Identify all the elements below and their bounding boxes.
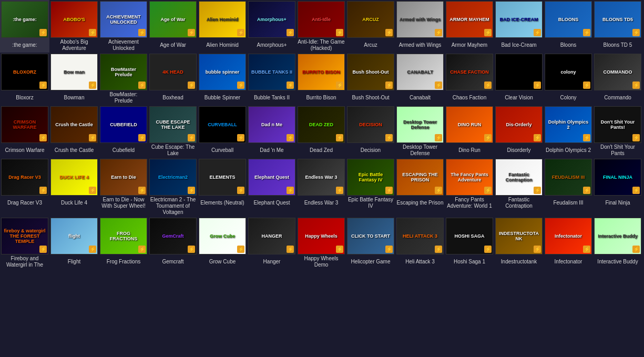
game-item-fireboy-watergirl[interactable]: fireboy & watergirl THE FOREST TEMPLE ⚡ … <box>0 217 49 269</box>
game-thumbnail: Armed with Wings ⚡ <box>396 1 444 38</box>
game-item-amorphous[interactable]: Amorphous+ ⚡ Amorphous+ <box>247 0 297 53</box>
game-item-escaping-the-prison[interactable]: ESCAPING THE PRISON ⚡ Escaping the Priso… <box>395 158 445 217</box>
game-item-cubefield[interactable]: CUBEFIELD ⚡ Cubefield <box>99 105 148 158</box>
game-item-infectonator[interactable]: Infectonator ⚡ Infectonator <box>544 217 593 269</box>
game-thumbnail: FROG FRACTIONS ⚡ <box>100 218 147 254</box>
game-thumbnail: 4K HEAD ⚡ <box>149 54 197 90</box>
game-thumbnail: CLICK TO START ⚡ <box>347 218 394 254</box>
flash-icon: ⚡ <box>138 187 146 194</box>
game-thumbnail: FEUDALISM III ⚡ <box>545 159 592 196</box>
game-label: Fireboy and Watergirl in The <box>1 256 48 268</box>
game-item-dont-shit-your-pants[interactable]: Don't Shit Your Pants! ⚡ Don't Shit Your… <box>593 105 642 158</box>
game-label: Interactive Buddy <box>594 256 641 268</box>
game-label: Commando <box>594 91 641 104</box>
game-item-commando[interactable]: COMMANDO ⚡ Commando <box>593 53 642 105</box>
game-item-indestructotank[interactable]: INDESTRUCTOTANK ⚡ Indestructotank <box>494 217 544 269</box>
game-item-endless-war-3[interactable]: Endless War 3 ⚡ Endless War 3 <box>297 158 346 217</box>
game-thumbnail: flight ⚡ <box>50 218 98 254</box>
game-label: Fantastic Contraption <box>495 197 543 209</box>
game-thumbnail: Dolphin Olympics 2 ⚡ <box>545 106 592 143</box>
flash-icon: ⚡ <box>336 187 343 194</box>
game-item-bloons[interactable]: BLOONS ⚡ Bloons <box>544 0 593 53</box>
game-item-bloons-td5[interactable]: BLOONS TD5 ⚡ Bloons TD 5 <box>593 0 642 53</box>
game-item-crimson-warfare[interactable]: CRIMSON WARFARE ⚡ Crimson Warfare <box>0 105 49 158</box>
game-item-colony[interactable]: colony ⚡ Colony <box>544 53 593 105</box>
game-thumbnail: bubble spinner ⚡ <box>199 54 246 90</box>
game-item-disorderly[interactable]: Dis-Orderly ⚡ Disorderly <box>494 105 544 158</box>
game-item-epic-battle-fantasy-iv[interactable]: Epic Battle Fantasy IV ⚡ Epic Battle Fan… <box>346 158 395 217</box>
game-item-cube-escape-lake[interactable]: CUBE ESCAPE THE LAKE ⚡ Cube Escape: The … <box>148 105 198 158</box>
game-item-age-of-war[interactable]: Age of War ⚡ Age of War <box>148 0 198 53</box>
game-label: Cubefield <box>100 144 147 157</box>
game-item-armor-mayhem[interactable]: ARMOR MAYHEM ⚡ Armor Mayhem <box>445 0 494 53</box>
game-item-gemcraft[interactable]: GemCraft ⚡ Gemcraft <box>148 217 198 269</box>
game-thumbnail: Don't Shit Your Pants! ⚡ <box>594 106 641 143</box>
game-item-feudalism-iii[interactable]: FEUDALISM III ⚡ Feudalism III <box>544 158 593 217</box>
game-item-duck-life-4[interactable]: DUCK LIFE 4 ⚡ Duck Life 4 <box>49 158 99 217</box>
game-item-happy-wheels-demo[interactable]: Happy Wheels ⚡ Happy Wheels Demo <box>297 217 346 269</box>
game-item-anti-idle[interactable]: Anti-Idle ⚡ Anti-Idle: The Game (Hacked) <box>297 0 346 53</box>
game-thumbnail: ABOBO'S ⚡ <box>50 1 98 38</box>
game-item-dead-zed[interactable]: DEAD ZED ⚡ Dead Zed <box>297 105 346 158</box>
game-label: Chaos Faction <box>446 91 493 104</box>
flash-icon: ⚡ <box>484 81 492 89</box>
game-item-fancy-pants-adventure[interactable]: The Fancy Pants Adventure ⚡ Fancy Pants … <box>445 158 494 217</box>
game-label: Alien Hominid <box>199 39 246 52</box>
game-item-dolphin-olympics-2[interactable]: Dolphin Olympics 2 ⚡ Dolphin Olympics 2 <box>544 105 593 158</box>
game-item-dad-n-me[interactable]: Dad n Me ⚡ Dad 'n Me <box>247 105 297 158</box>
game-label: Elements (Neutral) <box>199 197 246 209</box>
game-item-bad-ice-cream[interactable]: BAD ICE-CREAM ⚡ Bad Ice-Cream <box>494 0 544 53</box>
game-item-dino-run[interactable]: DINO RUN ⚡ Dino Run <box>445 105 494 158</box>
game-item-heli-attack-3[interactable]: HELI ATTACK 3 ⚡ Heli Attack 3 <box>395 217 445 269</box>
game-item-alien-hominid[interactable]: Alien Hominid ⚡ Alien Hominid <box>198 0 247 53</box>
game-item-flight[interactable]: flight ⚡ Flight <box>49 217 99 269</box>
game-item-crush-the-castle[interactable]: Crush the Castle ⚡ Crush the Castle <box>49 105 99 158</box>
game-item-clear-vision[interactable]: ⚡ Clear Vision <box>494 53 544 105</box>
game-item-hoshi-saga[interactable]: HOSHI SAGA ⚡ Hoshi Saga 1 <box>445 217 494 269</box>
game-item-bubble-spinner[interactable]: bubble spinner ⚡ Bubble Spinner <box>198 53 247 105</box>
game-thumbnail: GemCraft ⚡ <box>149 218 197 254</box>
game-thumbnail: CHASE FACTION ⚡ <box>446 54 493 90</box>
game-item-achievement-unlocked[interactable]: ACHIEVEMENT UNLOCKED ⚡ Achievement Unloc… <box>99 0 148 53</box>
game-item-interactive-buddy[interactable]: Interactive Buddy ⚡ Interactive Buddy <box>593 217 642 269</box>
game-item-drag-racer-v3[interactable]: Drag Racer V3 ⚡ Drag Racer V3 <box>0 158 49 217</box>
game-label: BowMaster: Prelude <box>100 91 147 104</box>
game-item-canabalt[interactable]: CANABALT ⚡ Canabalt <box>395 53 445 105</box>
flash-icon: ⚡ <box>632 187 640 194</box>
game-item-arcuz[interactable]: ARCUZ ⚡ Arcuz <box>346 0 395 53</box>
game-item-armed-with-wings[interactable]: Armed with Wings ⚡ Armed with Wings <box>395 0 445 53</box>
game-item-desktop-tower-defense[interactable]: Desktop Tower Defense ⚡ Desktop Tower De… <box>395 105 445 158</box>
flash-icon: ⚡ <box>336 29 343 36</box>
game-item-earn-to-die[interactable]: Earn to Die ⚡ Earn to Die - Now With Sup… <box>99 158 148 217</box>
game-item-bowmaster-prelude[interactable]: BowMaster Prelude ⚡ BowMaster: Prelude <box>99 53 148 105</box>
game-item-bowman[interactable]: Bow man ⚡ Bowman <box>49 53 99 105</box>
game-item-bush-shoot-out[interactable]: Bush Shoot-Out ⚡ Bush Shoot-Out <box>346 53 395 105</box>
flash-icon: ⚡ <box>89 134 96 141</box>
game-item-hanger[interactable]: HANGER ⚡ Hanger <box>247 217 297 269</box>
game-label: :the game: <box>1 39 48 52</box>
game-item-helicopter-game[interactable]: CLICK TO START ⚡ Helicopter Game <box>346 217 395 269</box>
game-item-bloxorz[interactable]: BLOXORZ ⚡ Bloxorz <box>0 53 49 105</box>
game-item-the-game[interactable]: :the game: ⚡ :the game: <box>0 0 49 53</box>
game-item-boxhead[interactable]: 4K HEAD ⚡ Boxhead <box>148 53 198 105</box>
game-label: Bad Ice-Cream <box>495 39 543 52</box>
game-label: Drag Racer V3 <box>1 197 48 209</box>
game-item-electricman-2[interactable]: Electricman2 ⚡ Electricman 2 - The Tourn… <box>148 158 198 217</box>
game-item-decision[interactable]: DECISION ⚡ Decision <box>346 105 395 158</box>
game-thumbnail: Amorphous+ ⚡ <box>248 1 295 38</box>
game-item-chaos-faction[interactable]: CHASE FACTION ⚡ Chaos Faction <box>445 53 494 105</box>
flash-icon: ⚡ <box>89 81 96 89</box>
game-item-elephant-quest[interactable]: Elephant Quest ⚡ Elephant Quest <box>247 158 297 217</box>
game-item-grow-cube[interactable]: Grow Cube ⚡ Grow Cube <box>198 217 247 269</box>
game-item-final-ninja[interactable]: FINAL NINJA ⚡ Final Ninja <box>593 158 642 217</box>
flash-icon: ⚡ <box>632 29 640 36</box>
game-label: Canabalt <box>396 91 444 104</box>
game-label: Flight <box>50 256 98 268</box>
game-item-abobos-big-adventure[interactable]: ABOBO'S ⚡ Abobo's Big Adventure <box>49 0 99 53</box>
game-item-burrito-bison[interactable]: BURRITO BISON ⚡ Burrito Bison <box>297 53 346 105</box>
game-item-fantastic-contraption[interactable]: Fantastic Contraption ⚡ Fantastic Contra… <box>494 158 544 217</box>
game-item-frog-fractions[interactable]: FROG FRACTIONS ⚡ Frog Fractions <box>99 217 148 269</box>
game-item-elements-neutral[interactable]: ELEMENTS ⚡ Elements (Neutral) <box>198 158 247 217</box>
game-item-curveball[interactable]: CURVEBALL ⚡ Curveball <box>198 105 247 158</box>
game-item-bubble-tanks-ii[interactable]: BUBBLE TANKS II ⚡ Bubble Tanks II <box>247 53 297 105</box>
